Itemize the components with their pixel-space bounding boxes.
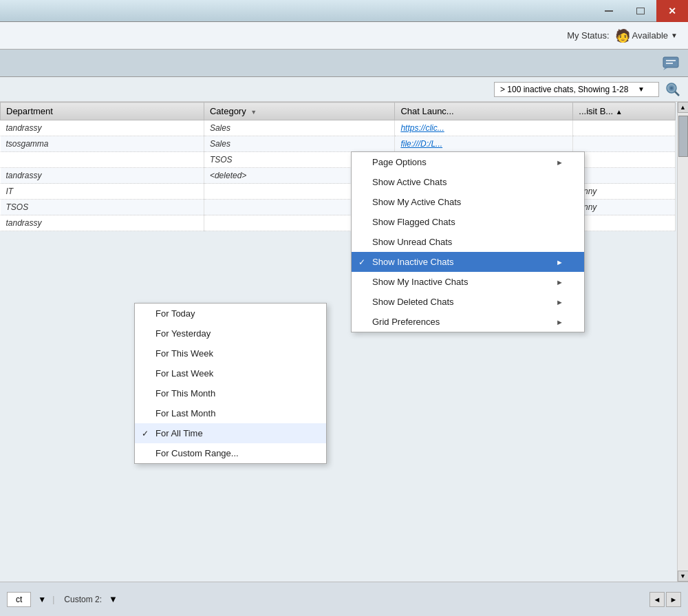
menu-item-show-inactive[interactable]: ✓ Show Inactive Chats ► bbox=[352, 252, 584, 272]
col-category[interactable]: Category ▼ bbox=[204, 103, 394, 120]
nav-left-btn[interactable]: ◄ bbox=[649, 592, 665, 607]
check-mark-icon: ✓ bbox=[142, 429, 149, 438]
table-container: Department Category ▼ Chat Launc... ...i… bbox=[0, 102, 688, 582]
submenu-arrow-icon: ► bbox=[556, 258, 563, 266]
sub-menu-label: For This Month bbox=[155, 388, 215, 399]
menu-item-show-my-inactive[interactable]: Show My Inactive Chats ► bbox=[352, 272, 584, 292]
search-icon-btn[interactable] bbox=[663, 80, 682, 99]
sub-menu-item-yesterday[interactable]: For Yesterday bbox=[135, 323, 326, 343]
menu-label: Show Unread Chats bbox=[372, 237, 452, 247]
nav-right-btn[interactable]: ► bbox=[666, 592, 681, 607]
visitb-cell bbox=[573, 136, 676, 152]
svg-marker-1 bbox=[663, 67, 668, 70]
sub-menu-label: For All Time bbox=[155, 428, 203, 438]
col-department[interactable]: Department bbox=[1, 103, 204, 120]
status-dropdown-arrow: ▼ bbox=[671, 32, 678, 39]
sub-menu-item-custom-range[interactable]: For Custom Range... bbox=[135, 443, 326, 463]
maximize-button[interactable] bbox=[625, 0, 656, 22]
status-value: Available bbox=[632, 30, 669, 41]
ct-button[interactable]: ct bbox=[7, 592, 31, 607]
sub-menu-label: For Today bbox=[155, 308, 195, 319]
custom2-dropdown[interactable]: ▼ | Custom 2: bbox=[38, 595, 102, 604]
status-bar: My Status: 🧑 Available ▼ bbox=[0, 22, 688, 50]
menu-label: Show Deleted Chats bbox=[372, 297, 454, 307]
pagination-text: > 100 inactive chats, Showing 1-28 bbox=[500, 85, 628, 94]
chat-icon[interactable] bbox=[660, 54, 681, 72]
sub-menu-label: For Custom Range... bbox=[155, 448, 239, 458]
menu-item-show-deleted[interactable]: Show Deleted Chats ► bbox=[352, 292, 584, 312]
dept-cell: TSOS bbox=[1, 200, 204, 215]
menu-item-show-flagged[interactable]: Show Flagged Chats bbox=[352, 212, 584, 232]
dept-cell: tandrassy bbox=[1, 168, 204, 184]
center-dropdown[interactable]: ▼ bbox=[109, 594, 118, 604]
link-cell[interactable]: file:///D:/L... bbox=[395, 136, 573, 152]
svg-point-7 bbox=[670, 87, 673, 89]
sub-menu-item-last-month[interactable]: For Last Month bbox=[135, 403, 326, 423]
menu-label: Show Flagged Chats bbox=[372, 217, 455, 227]
visitb-cell bbox=[573, 168, 676, 184]
menu-label: Show My Active Chats bbox=[372, 197, 461, 207]
table-row: tandrassy Sales https://clic... bbox=[1, 120, 676, 136]
scroll-bar-v: ▲ ▼ bbox=[677, 102, 688, 582]
visitb-cell bbox=[573, 152, 676, 168]
submenu-arrow-icon: ► bbox=[556, 298, 563, 306]
my-status-label: My Status: bbox=[567, 30, 609, 41]
link-cell[interactable]: https://clic... bbox=[395, 120, 573, 136]
cat-cell: Sales bbox=[204, 120, 394, 136]
menu-item-grid-prefs[interactable]: Grid Preferences ► bbox=[352, 312, 584, 332]
col-visit-b[interactable]: ...isit B... ▲ bbox=[573, 103, 676, 120]
visitb-cell: enny bbox=[573, 200, 676, 215]
minimize-button[interactable] bbox=[593, 0, 625, 22]
cat-cell: Sales bbox=[204, 136, 394, 152]
sub-menu-label: For This Week bbox=[155, 348, 213, 359]
scroll-thumb[interactable] bbox=[678, 116, 688, 157]
check-mark-icon: ✓ bbox=[358, 257, 365, 267]
menu-label: Grid Preferences bbox=[372, 317, 440, 327]
nav-arrows: ◄ ► bbox=[649, 592, 681, 607]
custom2-label: Custom 2: bbox=[64, 595, 102, 604]
toolbar-area bbox=[0, 50, 688, 77]
pagination-arrow: ▼ bbox=[638, 85, 645, 93]
title-bar: ✕ bbox=[0, 0, 688, 22]
close-button[interactable]: ✕ bbox=[656, 0, 688, 22]
scroll-up-btn[interactable]: ▲ bbox=[678, 102, 689, 113]
sub-menu-item-today[interactable]: For Today bbox=[135, 304, 326, 323]
visitb-cell: enny bbox=[573, 184, 676, 200]
visitb-cell bbox=[573, 215, 676, 231]
sub-context-menu: For Today For Yesterday For This Week Fo… bbox=[134, 303, 327, 464]
dept-cell: tsosgamma bbox=[1, 136, 204, 152]
pipe-separator: | bbox=[52, 595, 54, 604]
sub-menu-label: For Last Month bbox=[155, 408, 215, 418]
submenu-arrow-icon: ► bbox=[556, 158, 563, 167]
sub-menu-label: For Yesterday bbox=[155, 328, 211, 339]
sub-menu-item-this-month[interactable]: For This Month bbox=[135, 383, 326, 403]
dept-cell bbox=[1, 152, 204, 168]
menu-item-show-unread[interactable]: Show Unread Chats bbox=[352, 232, 584, 252]
dept-cell: IT bbox=[1, 184, 204, 200]
main-context-menu: Page Options ► Show Active Chats Show My… bbox=[351, 151, 585, 332]
menu-label: Show Active Chats bbox=[372, 177, 447, 187]
menu-label: Show My Inactive Chats bbox=[372, 277, 468, 287]
sub-menu-item-all-time[interactable]: ✓ For All Time bbox=[135, 423, 326, 443]
col-chat-launch[interactable]: Chat Launc... bbox=[395, 103, 573, 120]
main-area: > 100 inactive chats, Showing 1-28 ▼ Dep… bbox=[0, 77, 688, 616]
bottom-bar: ct ▼ | Custom 2: ▼ ◄ ► bbox=[0, 582, 688, 616]
menu-label: Show Inactive Chats bbox=[372, 257, 454, 267]
sub-menu-item-this-week[interactable]: For This Week bbox=[135, 343, 326, 363]
menu-label: Page Options bbox=[372, 157, 427, 167]
scroll-down-btn[interactable]: ▼ bbox=[678, 571, 689, 582]
sub-menu-item-last-week[interactable]: For Last Week bbox=[135, 363, 326, 383]
table-row: tsosgamma Sales file:///D:/L... bbox=[1, 136, 676, 152]
svg-line-6 bbox=[675, 92, 679, 96]
controls-bar: > 100 inactive chats, Showing 1-28 ▼ bbox=[0, 77, 688, 102]
svg-rect-0 bbox=[663, 57, 678, 67]
pagination-dropdown[interactable]: > 100 inactive chats, Showing 1-28 ▼ bbox=[494, 82, 659, 97]
dropdown-arrow-left: ▼ bbox=[38, 595, 46, 604]
menu-item-show-my-active[interactable]: Show My Active Chats bbox=[352, 192, 584, 212]
visitb-cell bbox=[573, 120, 676, 136]
menu-item-show-active[interactable]: Show Active Chats bbox=[352, 172, 584, 192]
submenu-arrow-icon: ► bbox=[556, 278, 563, 286]
status-available-dropdown[interactable]: Available ▼ bbox=[632, 30, 678, 41]
menu-item-page-options[interactable]: Page Options ► bbox=[352, 152, 584, 172]
submenu-arrow-icon: ► bbox=[556, 318, 563, 326]
